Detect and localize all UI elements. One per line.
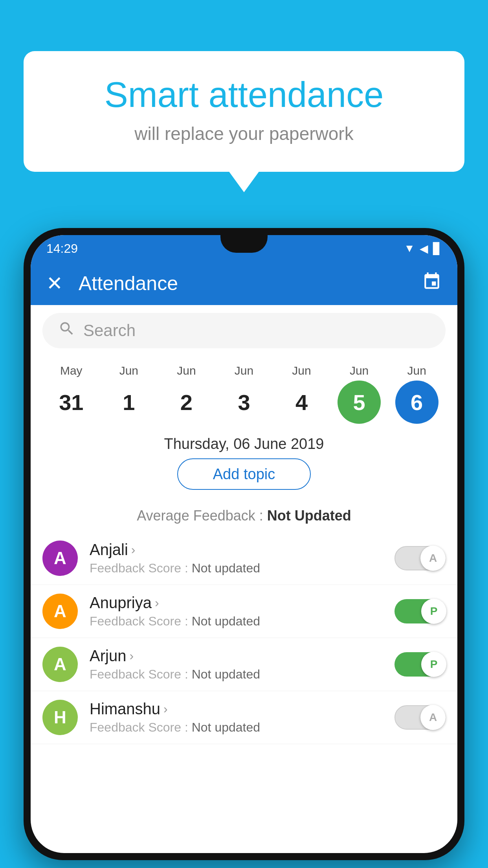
calendar-strip: May31Jun1Jun2Jun3Jun4Jun5Jun6 (31, 356, 457, 428)
cal-month-label: Jun (235, 364, 253, 377)
cal-month-label: Jun (177, 364, 196, 377)
calendar-day[interactable]: Jun1 (103, 364, 154, 424)
cal-month-label: Jun (119, 364, 138, 377)
calendar-day[interactable]: Jun6 (391, 364, 442, 424)
status-icons: ▼ ◀ ▊ (404, 242, 442, 255)
cal-month-label: Jun (292, 364, 311, 377)
attendance-toggle[interactable]: A (394, 546, 446, 570)
search-input[interactable]: Search (83, 321, 430, 340)
wifi-icon: ▼ (404, 242, 415, 255)
avg-feedback-label: Average Feedback : (137, 508, 263, 524)
search-icon (58, 320, 75, 341)
attendance-toggle[interactable]: A (394, 705, 446, 730)
cal-date-number: 1 (107, 381, 150, 424)
student-avatar: H (42, 700, 78, 735)
selected-date: Thursday, 06 June 2019 (31, 436, 457, 452)
cal-month-label: Jun (407, 364, 426, 377)
cal-date-number: 4 (280, 381, 323, 424)
cal-date-number: 3 (222, 381, 266, 424)
bubble-subtitle: will replace your paperwork (55, 123, 433, 144)
phone-screen: 14:29 ▼ ◀ ▊ ✕ Attendance (31, 235, 457, 853)
feedback-score: Feedback Score : Not updated (90, 667, 383, 682)
attendance-toggle[interactable]: P (394, 652, 446, 677)
calendar-day[interactable]: Jun4 (276, 364, 327, 424)
chevron-icon: › (155, 596, 159, 610)
phone-frame: 14:29 ▼ ◀ ▊ ✕ Attendance (24, 228, 464, 860)
chevron-icon: › (129, 649, 134, 663)
calendar-day[interactable]: Jun2 (161, 364, 212, 424)
feedback-score: Feedback Score : Not updated (90, 614, 383, 629)
calendar-day[interactable]: Jun5 (334, 364, 385, 424)
chevron-icon: › (163, 702, 168, 716)
speech-bubble: Smart attendance will replace your paper… (24, 51, 464, 172)
toggle-thumb: P (421, 652, 446, 677)
attendance-toggle[interactable]: P (394, 599, 446, 623)
student-info: Anupriya ›Feedback Score : Not updated (90, 594, 383, 629)
student-avatar: A (42, 594, 78, 629)
battery-icon: ▊ (433, 242, 442, 255)
screen-content: Search May31Jun1Jun2Jun3Jun4Jun5Jun6 Thu… (31, 305, 457, 744)
student-name[interactable]: Anupriya › (90, 594, 383, 612)
toggle-thumb: A (420, 705, 446, 730)
app-title: Attendance (79, 272, 406, 295)
app-bar: ✕ Attendance (31, 262, 457, 305)
feedback-score: Feedback Score : Not updated (90, 561, 383, 576)
avg-feedback-value: Not Updated (267, 508, 351, 524)
close-button[interactable]: ✕ (46, 272, 63, 295)
calendar-day[interactable]: May31 (46, 364, 97, 424)
speech-bubble-wrapper: Smart attendance will replace your paper… (24, 51, 464, 172)
student-info: Arjun ›Feedback Score : Not updated (90, 647, 383, 682)
calendar-day[interactable]: Jun3 (218, 364, 270, 424)
student-item: AAnjali ›Feedback Score : Not updatedA (31, 532, 457, 585)
student-item: AArjun ›Feedback Score : Not updatedP (31, 638, 457, 691)
add-topic-button[interactable]: Add topic (177, 458, 311, 490)
student-list: AAnjali ›Feedback Score : Not updatedAAA… (31, 532, 457, 744)
student-avatar: A (42, 647, 78, 682)
student-item: HHimanshu ›Feedback Score : Not updatedA (31, 691, 457, 744)
student-info: Himanshu ›Feedback Score : Not updated (90, 700, 383, 735)
cal-date-number: 5 (338, 381, 381, 424)
toggle-thumb: P (421, 599, 446, 624)
student-name[interactable]: Himanshu › (90, 700, 383, 718)
student-name[interactable]: Arjun › (90, 647, 383, 665)
cal-month-label: May (60, 364, 83, 377)
cal-month-label: Jun (350, 364, 369, 377)
chevron-icon: › (131, 542, 136, 557)
feedback-score: Feedback Score : Not updated (90, 720, 383, 735)
status-bar: 14:29 ▼ ◀ ▊ (31, 235, 457, 262)
cal-date-number: 6 (395, 381, 438, 424)
cal-date-number: 2 (165, 381, 208, 424)
notch (220, 235, 268, 253)
signal-icon: ◀ (420, 242, 428, 255)
student-name[interactable]: Anjali › (90, 541, 383, 559)
student-avatar: A (42, 541, 78, 576)
student-info: Anjali ›Feedback Score : Not updated (90, 541, 383, 576)
search-bar[interactable]: Search (42, 313, 446, 348)
bubble-title: Smart attendance (55, 75, 433, 115)
avg-feedback: Average Feedback : Not Updated (31, 508, 457, 524)
status-time: 14:29 (46, 241, 78, 256)
toggle-thumb: A (420, 546, 446, 571)
student-item: AAnupriya ›Feedback Score : Not updatedP (31, 585, 457, 638)
calendar-button[interactable] (422, 272, 442, 295)
cal-date-number: 31 (50, 381, 93, 424)
